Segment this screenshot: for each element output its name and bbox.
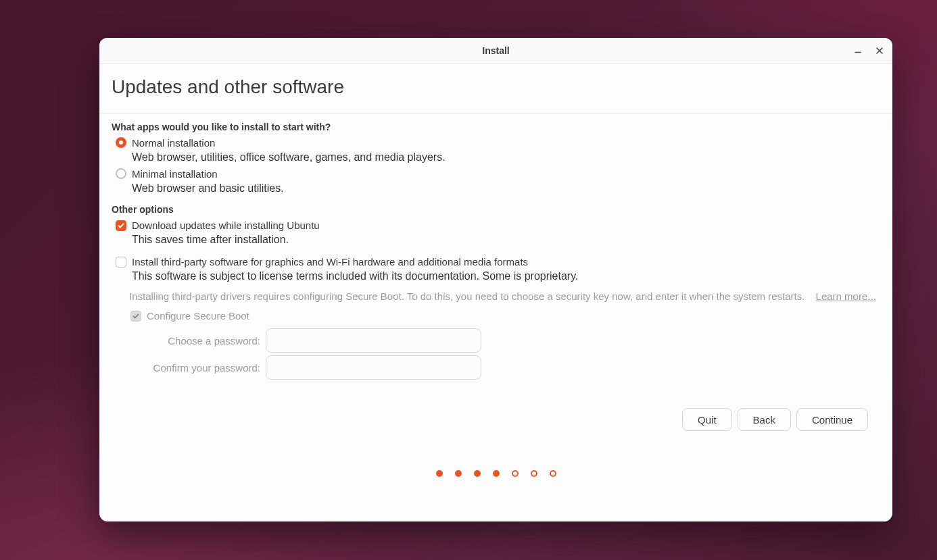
secure-boot-note: Installing third-party drivers requires … <box>129 289 880 304</box>
titlebar: Install <box>99 38 892 64</box>
checkbox-configure-secure-boot <box>130 311 141 322</box>
content-area: What apps would you like to install to s… <box>99 113 892 521</box>
close-icon <box>875 46 884 55</box>
step-6 <box>531 470 537 477</box>
progress-stepper <box>112 431 880 488</box>
minimal-installation-sub: Web browser and basic utilities. <box>132 182 880 195</box>
window-title: Install <box>482 45 509 56</box>
secure-boot-note-text: Installing third-party drivers requires … <box>129 290 804 302</box>
choose-password-label: Choose a password: <box>130 335 260 347</box>
step-3 <box>474 470 481 477</box>
check-icon <box>132 312 140 320</box>
normal-installation-option[interactable]: Normal installation <box>116 136 880 150</box>
confirm-password-label: Confirm your password: <box>130 362 260 374</box>
step-5 <box>512 470 519 477</box>
window-controls <box>849 38 888 63</box>
page-header: Updates and other software <box>99 64 892 113</box>
step-1 <box>436 470 443 477</box>
step-4 <box>493 470 500 477</box>
download-updates-label: Download updates while installing Ubuntu <box>132 219 320 232</box>
third-party-option[interactable]: Install third-party software for graphic… <box>116 255 880 269</box>
desktop-background: Install Updates and other software What … <box>0 0 937 560</box>
third-party-sub: This software is subject to license term… <box>132 270 880 282</box>
page-title: Updates and other software <box>112 76 880 98</box>
configure-secure-boot-option: Configure Secure Boot <box>130 309 880 322</box>
quit-button[interactable]: Quit <box>682 408 732 431</box>
third-party-label: Install third-party software for graphic… <box>132 255 528 269</box>
confirm-password-row: Confirm your password: <box>130 355 880 380</box>
normal-installation-label: Normal installation <box>132 136 215 150</box>
step-7 <box>550 470 556 477</box>
checkbox-third-party[interactable] <box>116 257 126 268</box>
continue-button[interactable]: Continue <box>796 408 868 431</box>
other-options-heading: Other options <box>112 204 880 215</box>
footer-buttons: Quit Back Continue <box>112 408 880 431</box>
minimize-button[interactable] <box>849 42 867 59</box>
radio-minimal-installation[interactable] <box>116 168 126 179</box>
download-updates-sub: This saves time after installation. <box>132 234 880 246</box>
choose-password-row: Choose a password: <box>130 328 880 353</box>
minimal-installation-option[interactable]: Minimal installation <box>116 168 880 181</box>
installer-window: Install Updates and other software What … <box>99 38 892 521</box>
minimize-icon <box>853 46 863 55</box>
minimal-installation-label: Minimal installation <box>132 168 218 181</box>
apps-question: What apps would you like to install to s… <box>112 122 880 132</box>
confirm-password-input <box>266 355 481 380</box>
check-icon <box>117 222 125 230</box>
back-button[interactable]: Back <box>738 408 791 431</box>
normal-installation-sub: Web browser, utilities, office software,… <box>132 151 880 163</box>
radio-normal-installation[interactable] <box>116 137 126 148</box>
secure-boot-section: Installing third-party drivers requires … <box>112 289 880 380</box>
step-2 <box>455 470 462 477</box>
configure-secure-boot-label: Configure Secure Boot <box>147 310 249 322</box>
close-button[interactable] <box>871 42 888 59</box>
choose-password-input <box>266 328 481 353</box>
download-updates-option[interactable]: Download updates while installing Ubuntu <box>116 219 880 232</box>
learn-more-link[interactable]: Learn more... <box>816 290 876 302</box>
checkbox-download-updates[interactable] <box>116 220 126 231</box>
